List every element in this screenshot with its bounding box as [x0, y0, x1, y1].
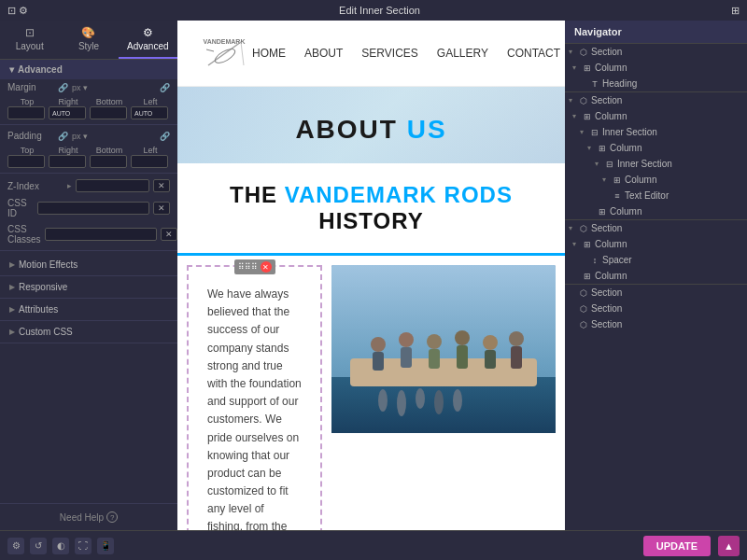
accordion-custom-css-header[interactable]: ▶ Custom CSS	[0, 321, 177, 343]
nav-contact[interactable]: CONTACT	[507, 47, 560, 60]
group-photo-svg	[331, 265, 556, 433]
css-classes-clear[interactable]: ✕	[161, 228, 177, 241]
accordion-attributes-header[interactable]: ▶ Attributes	[0, 299, 177, 320]
tab-layout[interactable]: ⊡ Layout	[0, 21, 59, 59]
padding-right-input[interactable]	[49, 155, 86, 168]
settings-icon[interactable]: ⚙	[7, 538, 24, 554]
panel-tabs: ⊡ Layout 🎨 Style ⚙ Advanced	[0, 21, 177, 60]
nav-home[interactable]: HOME	[252, 47, 286, 60]
margin-right-input[interactable]	[49, 106, 86, 119]
arrow-down-icon: ▾	[572, 240, 580, 248]
fullscreen-icon[interactable]: ⛶	[75, 538, 92, 554]
svg-point-12	[427, 334, 442, 349]
tree-column-4[interactable]: ▾ ⊞ Column	[565, 172, 747, 188]
nav-services[interactable]: SERVICES	[361, 47, 417, 60]
tree-label: Inner Section	[602, 127, 743, 137]
arrow-down-icon: ▾	[572, 112, 580, 120]
theme-icon[interactable]: ◐	[52, 538, 69, 554]
link-icon: 🔗	[58, 83, 68, 92]
undo-icon[interactable]: ↺	[30, 538, 47, 554]
update-button[interactable]: UPDATE	[643, 536, 711, 556]
padding-label: Padding	[7, 131, 54, 141]
content-image	[331, 265, 556, 530]
svg-rect-13	[429, 349, 440, 369]
margin-top-input[interactable]	[7, 106, 45, 119]
tree-section-1[interactable]: ▾ ⬡ Section	[565, 44, 747, 60]
accordion-motion-header[interactable]: ▶ Motion Effects	[0, 254, 177, 275]
arrow-down-icon: ▾	[569, 96, 576, 105]
css-classes-input[interactable]	[45, 228, 157, 241]
inner-section-icon: ⊟	[604, 160, 615, 169]
tree-column-3[interactable]: ▾ ⊞ Column	[565, 140, 747, 156]
padding-bottom-input[interactable]	[90, 155, 127, 168]
tree-column-7[interactable]: ▾ ⊞ Column	[565, 268, 747, 284]
tree-label: Section	[591, 95, 743, 105]
accordion-attributes: ▶ Attributes	[0, 299, 177, 321]
z-index-clear[interactable]: ✕	[153, 179, 170, 192]
accordion-responsive-header[interactable]: ▶ Responsive	[0, 276, 177, 298]
margin-top-label: Top	[7, 97, 47, 106]
arrow-down-icon: ▾	[602, 175, 610, 184]
divider-1	[0, 124, 177, 125]
resize-handle[interactable]: ⠿⠿⠿ ✕	[234, 259, 275, 274]
nav-about[interactable]: ABOUT	[304, 47, 343, 60]
tree-label: Section	[591, 319, 743, 329]
svg-point-18	[509, 331, 524, 346]
css-id-input[interactable]	[37, 202, 149, 215]
svg-point-20	[378, 389, 388, 412]
section-icon: ⬡	[578, 288, 589, 298]
arrow-down-icon: ▾	[587, 144, 595, 152]
margin-left-input[interactable]	[131, 106, 168, 119]
nav-gallery[interactable]: GALLERY	[437, 47, 488, 60]
advanced-icon: ⚙	[122, 26, 174, 39]
tree-column-2[interactable]: ▾ ⊞ Column	[565, 108, 747, 124]
need-help[interactable]: Need Help ?	[7, 511, 170, 523]
tree-heading-1[interactable]: ▾ T Heading	[565, 76, 747, 91]
padding-left-input[interactable]	[131, 155, 168, 168]
tree-section-4[interactable]: ▾ ⬡ Section	[565, 285, 747, 301]
tree-section-5[interactable]: ▾ ⬡ Section	[565, 301, 747, 316]
column-icon: ⊞	[582, 272, 593, 281]
tree-text-editor[interactable]: ▾ ≡ Text Editor	[565, 188, 747, 203]
bottom-icons: ⚙ ↺ ◐ ⛶ 📱	[7, 538, 114, 554]
top-bar-title: Edit Inner Section	[339, 5, 420, 16]
tab-advanced[interactable]: ⚙ Advanced	[119, 21, 177, 59]
panel-bottom: Need Help ?	[0, 503, 177, 530]
tree-column-5[interactable]: ▾ ⊞ Column	[565, 203, 747, 219]
close-button[interactable]: ✕	[261, 261, 272, 273]
arrow-down-icon: ▾	[572, 63, 580, 72]
svg-rect-19	[511, 346, 522, 369]
z-index-input[interactable]	[76, 179, 149, 192]
content-paragraph: We have always believed that the success…	[207, 286, 302, 530]
hero-section: ABOUT US	[177, 87, 565, 163]
content-text-block: ⠿⠿⠿ ✕ We have always believed that the s…	[187, 265, 322, 530]
svg-point-21	[397, 390, 406, 416]
link2-icon: 🔗	[160, 83, 170, 92]
margin-row: Margin 🔗 px ▾ 🔗	[0, 79, 177, 95]
tree-inner-section-1[interactable]: ▾ ⊟ Inner Section	[565, 124, 747, 140]
tree-section-6[interactable]: ▾ ⬡ Section	[565, 316, 747, 332]
arrow-down-icon: ▾	[580, 128, 587, 136]
padding-bottom-label: Bottom	[90, 146, 129, 155]
layout-icon: ⊡	[4, 26, 55, 39]
tree-column-1[interactable]: ▾ ⊞ Column	[565, 60, 747, 76]
z-index-row: Z-Index ▸ ✕	[0, 176, 177, 195]
tree-section-2[interactable]: ▾ ⬡ Section	[565, 92, 747, 108]
tree-spacer[interactable]: ▾ ↕ Spacer	[565, 252, 747, 268]
margin-bottom-input[interactable]	[90, 106, 127, 119]
tab-style[interactable]: 🎨 Style	[59, 21, 118, 59]
grid-icon: ⊞	[731, 5, 740, 17]
chevron-right-icon4: ▶	[9, 328, 15, 336]
section-icon: ⬡	[578, 304, 589, 314]
css-id-clear[interactable]: ✕	[153, 202, 170, 215]
main-layout: ⊡ Layout 🎨 Style ⚙ Advanced ▾ Advanced M…	[0, 21, 747, 530]
tree-column-6[interactable]: ▾ ⊞ Column	[565, 236, 747, 252]
section-icon: ⬡	[578, 224, 589, 233]
tree-inner-section-2[interactable]: ▾ ⊟ Inner Section	[565, 156, 747, 172]
tree-section-3[interactable]: ▾ ⬡ Section	[565, 220, 747, 236]
update-arrow-button[interactable]: ▲	[718, 536, 740, 556]
logo-image: VANDEMARK	[196, 30, 252, 77]
fishing-group-photo	[331, 265, 556, 433]
mobile-icon[interactable]: 📱	[97, 538, 114, 554]
padding-top-input[interactable]	[7, 155, 45, 168]
